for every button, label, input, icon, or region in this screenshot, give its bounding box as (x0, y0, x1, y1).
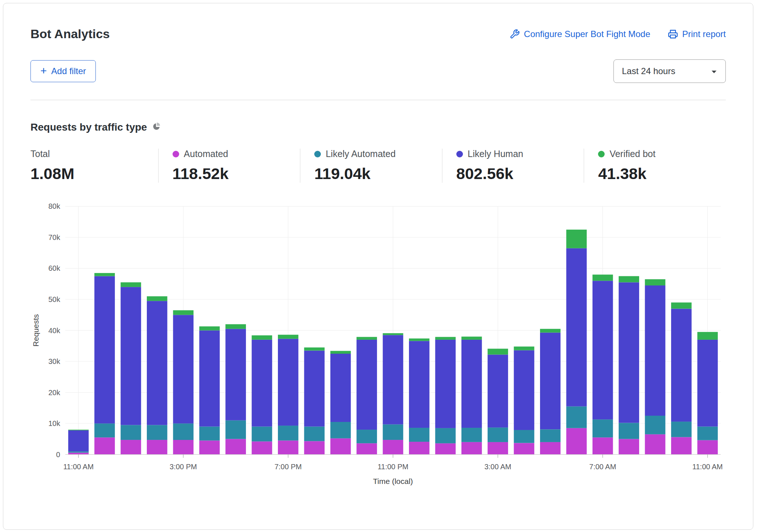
bar-segment-verified-bot[interactable] (94, 273, 115, 276)
bar-segment-likely-automated[interactable] (225, 420, 246, 439)
bar-segment-verified-bot[interactable] (225, 324, 246, 329)
bar-segment-automated[interactable] (566, 428, 587, 455)
bar-segment-likely-human[interactable] (147, 301, 167, 425)
bar-segment-likely-automated[interactable] (199, 427, 220, 441)
bar-segment-verified-bot[interactable] (356, 337, 377, 340)
bar-segment-likely-human[interactable] (593, 281, 613, 419)
bar-segment-automated[interactable] (671, 437, 692, 454)
bar-segment-automated[interactable] (225, 439, 246, 454)
bar-segment-likely-human[interactable] (540, 332, 561, 429)
bar-segment-likely-automated[interactable] (330, 422, 351, 438)
bar-segment-verified-bot[interactable] (278, 335, 298, 339)
bar-segment-automated[interactable] (619, 439, 639, 454)
bar-segment-likely-automated[interactable] (514, 430, 535, 443)
bar-segment-automated[interactable] (514, 443, 535, 454)
stat-total[interactable]: Total 1.08M (30, 149, 158, 183)
bar-segment-likely-automated[interactable] (68, 451, 89, 452)
bar-segment-verified-bot[interactable] (540, 329, 561, 332)
configure-super-bot-fight-mode-link[interactable]: Configure Super Bot Fight Mode (510, 29, 650, 39)
bar-segment-verified-bot[interactable] (304, 347, 325, 350)
bar-segment-automated[interactable] (278, 441, 298, 455)
bar-segment-automated[interactable] (121, 440, 141, 455)
stat-automated[interactable]: Automated 118.52k (158, 149, 300, 183)
bar-segment-verified-bot[interactable] (671, 302, 692, 309)
bar-segment-automated[interactable] (252, 441, 272, 454)
bar-segment-likely-automated[interactable] (94, 423, 115, 437)
bar-segment-likely-human[interactable] (671, 309, 692, 422)
bar-segment-likely-human[interactable] (619, 282, 639, 423)
bar-segment-likely-automated[interactable] (147, 425, 167, 440)
bar-segment-verified-bot[interactable] (514, 347, 535, 350)
bar-segment-likely-automated[interactable] (671, 422, 692, 437)
bar-segment-automated[interactable] (461, 442, 482, 455)
bar-segment-automated[interactable] (409, 442, 430, 455)
bar-segment-automated[interactable] (383, 440, 403, 455)
bar-segment-automated[interactable] (147, 440, 167, 455)
bar-segment-verified-bot[interactable] (147, 296, 167, 301)
bar-segment-likely-human[interactable] (330, 354, 351, 422)
bar-segment-likely-human[interactable] (435, 340, 456, 428)
bar-segment-automated[interactable] (330, 438, 351, 455)
bar-segment-likely-automated[interactable] (593, 419, 613, 437)
bar-segment-likely-human[interactable] (121, 287, 141, 425)
time-range-select[interactable]: Last 24 hours (613, 59, 726, 83)
bar-segment-likely-human[interactable] (645, 285, 666, 416)
bar-segment-automated[interactable] (697, 440, 718, 455)
bar-segment-likely-human[interactable] (566, 248, 587, 406)
bar-segment-likely-human[interactable] (356, 340, 377, 430)
bar-segment-likely-automated[interactable] (356, 430, 377, 443)
bar-segment-likely-automated[interactable] (461, 428, 482, 442)
bar-segment-likely-automated[interactable] (566, 407, 587, 428)
stat-likely-automated[interactable]: Likely Automated 119.04k (300, 149, 442, 183)
bar-segment-likely-automated[interactable] (278, 426, 298, 441)
bar-segment-likely-human[interactable] (173, 315, 193, 423)
bar-segment-likely-human[interactable] (199, 331, 220, 427)
bar-segment-likely-human[interactable] (514, 350, 535, 430)
bar-segment-verified-bot[interactable] (173, 310, 193, 315)
bar-segment-automated[interactable] (435, 443, 456, 454)
bar-segment-verified-bot[interactable] (435, 337, 456, 340)
print-report-link[interactable]: Print report (668, 29, 726, 39)
bar-segment-likely-automated[interactable] (304, 427, 325, 441)
bar-segment-likely-human[interactable] (488, 354, 508, 427)
bar-segment-verified-bot[interactable] (488, 349, 508, 354)
bar-segment-verified-bot[interactable] (409, 339, 430, 341)
bar-segment-likely-human[interactable] (383, 335, 403, 424)
bar-segment-automated[interactable] (94, 437, 115, 454)
bar-segment-likely-human[interactable] (278, 339, 298, 426)
bar-segment-likely-human[interactable] (461, 340, 482, 428)
bar-segment-likely-human[interactable] (94, 276, 115, 424)
bar-segment-automated[interactable] (645, 434, 666, 455)
bar-segment-automated[interactable] (593, 437, 613, 454)
bar-segment-likely-automated[interactable] (488, 427, 508, 442)
bar-segment-likely-automated[interactable] (540, 429, 561, 442)
bar-segment-verified-bot[interactable] (199, 327, 220, 331)
bar-segment-verified-bot[interactable] (566, 230, 587, 248)
bar-segment-likely-automated[interactable] (409, 428, 430, 442)
bar-segment-automated[interactable] (68, 453, 89, 455)
stat-verified-bot[interactable]: Verified bot 41.38k (584, 149, 726, 183)
bar-segment-likely-human[interactable] (225, 329, 246, 420)
bar-segment-likely-automated[interactable] (173, 423, 193, 440)
bar-segment-verified-bot[interactable] (461, 336, 482, 339)
bar-segment-verified-bot[interactable] (645, 279, 666, 285)
stat-likely-human[interactable]: Likely Human 802.56k (442, 149, 584, 183)
bar-segment-verified-bot[interactable] (68, 430, 89, 430)
bar-segment-likely-automated[interactable] (383, 424, 403, 440)
bar-segment-automated[interactable] (488, 442, 508, 455)
bar-segment-automated[interactable] (199, 441, 220, 455)
bar-segment-automated[interactable] (356, 443, 377, 454)
bar-segment-likely-automated[interactable] (697, 427, 718, 440)
bar-segment-verified-bot[interactable] (697, 332, 718, 340)
bar-segment-likely-human[interactable] (304, 350, 325, 426)
bar-segment-verified-bot[interactable] (252, 335, 272, 340)
bar-segment-likely-human[interactable] (252, 340, 272, 427)
bar-segment-likely-automated[interactable] (619, 423, 639, 439)
bar-segment-likely-automated[interactable] (121, 425, 141, 440)
bar-segment-verified-bot[interactable] (383, 333, 403, 335)
bar-segment-verified-bot[interactable] (619, 276, 639, 283)
bar-segment-automated[interactable] (173, 440, 193, 455)
bar-segment-likely-human[interactable] (68, 430, 89, 451)
bar-segment-automated[interactable] (304, 441, 325, 454)
bar-segment-likely-human[interactable] (697, 340, 718, 427)
